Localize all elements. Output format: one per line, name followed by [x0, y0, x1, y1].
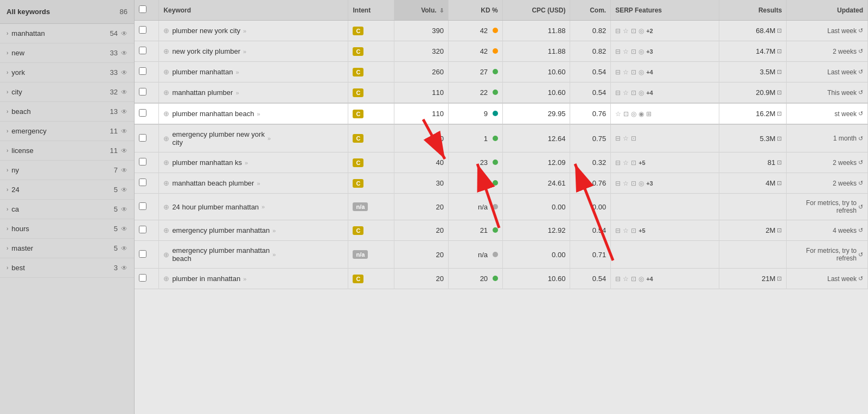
chevron-right-icon: ›: [7, 109, 8, 114]
row-checkbox[interactable]: [139, 179, 146, 186]
eye-icon[interactable]: 👁: [121, 30, 127, 37]
keyword-expand-icon[interactable]: »: [245, 160, 248, 166]
add-keyword-icon[interactable]: ⊕: [163, 47, 169, 55]
eye-icon[interactable]: 👁: [121, 245, 127, 252]
updated-cell: This week ↺: [787, 82, 868, 104]
eye-icon[interactable]: 👁: [121, 167, 127, 174]
main-content[interactable]: Keyword Intent Volu. ⇩ KD % CPC (USD) Co…: [135, 0, 868, 414]
sidebar-item-24[interactable]: › 24 5 👁: [0, 180, 134, 200]
eye-icon[interactable]: 👁: [121, 49, 127, 57]
kd-cell: 1: [448, 124, 502, 152]
table-row: ⊕ emergency plumber manhattan » C 20 21 …: [135, 220, 868, 241]
add-keyword-icon[interactable]: ⊕: [163, 275, 169, 283]
header-keyword[interactable]: Keyword: [159, 0, 348, 21]
eye-icon[interactable]: 👁: [121, 108, 127, 116]
row-checkbox[interactable]: [139, 47, 146, 54]
row-checkbox[interactable]: [139, 134, 146, 142]
header-com[interactable]: Com.: [570, 0, 611, 21]
kd-cell: n/a: [448, 194, 502, 220]
eye-icon[interactable]: 👁: [121, 147, 127, 155]
results-value: 68.4M ⊡: [724, 27, 782, 35]
keyword-expand-icon[interactable]: »: [257, 180, 260, 187]
keyword-expand-icon[interactable]: »: [243, 276, 246, 282]
row-checkbox[interactable]: [139, 109, 146, 117]
add-keyword-icon[interactable]: ⊕: [163, 110, 169, 118]
results-cell: 20.9M ⊡: [719, 82, 787, 104]
chevron-right-icon: ›: [7, 69, 8, 75]
keyword-expand-icon[interactable]: »: [235, 69, 239, 75]
header-cpc[interactable]: CPC (USD): [502, 0, 570, 21]
target-icon: ◎: [639, 275, 644, 283]
chevron-right-icon: ›: [7, 226, 8, 232]
eye-icon[interactable]: 👁: [121, 69, 127, 77]
sidebar-item-best[interactable]: › best 3 👁: [0, 258, 134, 278]
row-checkbox[interactable]: [139, 202, 146, 210]
header-results[interactable]: Results: [719, 0, 787, 21]
add-keyword-icon[interactable]: ⊕: [163, 158, 169, 167]
sidebar-item-manhattan[interactable]: › manhattan 54 👁: [0, 24, 134, 43]
header-intent[interactable]: Intent: [348, 0, 394, 21]
sidebar-item-beach[interactable]: › beach 13 👁: [0, 102, 134, 122]
keyword-content: ⊕ plumber manhattan beach »: [163, 110, 343, 118]
row-checkbox[interactable]: [139, 67, 146, 75]
location-icon: ◉: [639, 110, 644, 118]
row-checkbox[interactable]: [139, 250, 146, 258]
header-serp[interactable]: SERP Features: [611, 0, 719, 21]
volume-label: Volu.: [421, 7, 436, 14]
sidebar-item-license[interactable]: › license 11 👁: [0, 141, 134, 161]
header-updated[interactable]: Updated: [787, 0, 868, 21]
keyword-expand-icon[interactable]: »: [243, 28, 246, 34]
sidebar-item-ny[interactable]: › ny 7 👁: [0, 161, 134, 180]
serp-cell: [611, 241, 719, 269]
keyword-expand-icon[interactable]: »: [261, 203, 265, 210]
results-value: 3.5M ⊡: [724, 68, 782, 76]
add-keyword-icon[interactable]: ⊕: [163, 251, 169, 259]
add-keyword-icon[interactable]: ⊕: [163, 203, 169, 211]
link-icon: ⊟: [615, 27, 621, 35]
add-keyword-icon[interactable]: ⊕: [163, 27, 169, 35]
header-kd[interactable]: KD %: [448, 0, 502, 21]
keyword-expand-icon[interactable]: »: [235, 90, 239, 96]
row-checkbox[interactable]: [139, 26, 146, 34]
link-icon: ⊟: [615, 89, 621, 97]
sidebar-item-city[interactable]: › city 32 👁: [0, 82, 134, 102]
updated-cell: 2 weeks ↺: [787, 41, 868, 62]
sidebar-keyword-label: city: [11, 88, 22, 96]
com-cell: 0.32: [570, 152, 611, 173]
header-volume[interactable]: Volu. ⇩: [394, 0, 449, 21]
add-keyword-icon[interactable]: ⊕: [163, 226, 169, 234]
add-keyword-icon[interactable]: ⊕: [163, 179, 169, 187]
keyword-expand-icon[interactable]: »: [272, 227, 276, 234]
row-checkbox[interactable]: [139, 88, 146, 95]
select-all-checkbox[interactable]: [139, 5, 146, 13]
sidebar-item-ca[interactable]: › ca 5 👁: [0, 200, 134, 219]
sidebar-keyword-label: new: [11, 49, 24, 57]
sidebar-item-left: › master: [7, 244, 33, 252]
eye-icon[interactable]: 👁: [121, 88, 127, 96]
serp-cell: ☆⊡◎◉⊞: [611, 103, 719, 124]
target-icon: ◎: [639, 180, 644, 187]
eye-icon[interactable]: 👁: [121, 225, 127, 233]
eye-icon[interactable]: 👁: [121, 186, 127, 194]
add-keyword-icon[interactable]: ⊕: [163, 135, 169, 143]
sidebar-item-hours[interactable]: › hours 5 👁: [0, 219, 134, 239]
eye-icon[interactable]: 👁: [121, 128, 127, 135]
sidebar-item-emergency[interactable]: › emergency 11 👁: [0, 122, 134, 141]
row-checkbox[interactable]: [139, 226, 146, 233]
serp-icons-container: ⊟☆⊡◎+4: [615, 89, 714, 97]
add-keyword-icon[interactable]: ⊕: [163, 68, 169, 76]
sidebar-item-new[interactable]: › new 33 👁: [0, 43, 134, 63]
add-keyword-icon[interactable]: ⊕: [163, 88, 169, 97]
row-checkbox[interactable]: [139, 158, 146, 165]
sidebar-item-master[interactable]: › master 5 👁: [0, 239, 134, 258]
keyword-expand-icon[interactable]: »: [257, 111, 260, 117]
row-checkbox-cell: [135, 152, 159, 173]
keyword-cell: ⊕ plumber in manhattan »: [159, 269, 348, 289]
sidebar-item-york[interactable]: › york 33 👁: [0, 63, 134, 82]
eye-icon[interactable]: 👁: [121, 206, 127, 213]
row-checkbox[interactable]: [139, 274, 146, 282]
keyword-expand-icon[interactable]: »: [272, 251, 276, 258]
keyword-expand-icon[interactable]: »: [243, 48, 246, 55]
keyword-expand-icon[interactable]: »: [267, 135, 271, 142]
eye-icon[interactable]: 👁: [121, 264, 127, 272]
